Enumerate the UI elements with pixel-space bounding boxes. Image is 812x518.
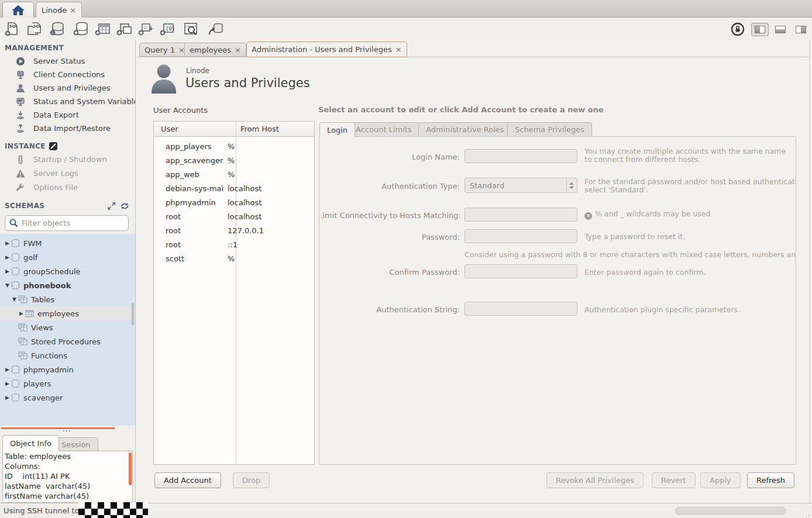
limit-hosts-input bbox=[465, 208, 577, 222]
create-function-button[interactable]: {0} bbox=[159, 21, 177, 37]
login-name-label: Login Name: bbox=[412, 153, 460, 161]
chevron-right-icon[interactable]: ▶ bbox=[4, 381, 11, 386]
user-accounts-table: User From Host app_players% app_scavenge… bbox=[153, 121, 315, 465]
toggle-left-sidebar-button[interactable] bbox=[751, 23, 769, 36]
main-scrollbar-track[interactable] bbox=[809, 40, 812, 503]
schema-icon bbox=[11, 281, 20, 289]
expand-schemas-icon[interactable] bbox=[108, 202, 115, 210]
toggle-right-sidebar-button[interactable] bbox=[792, 23, 810, 36]
horizontal-scrollbar[interactable] bbox=[675, 507, 786, 515]
client-connections-icon bbox=[16, 70, 25, 80]
chevron-down-icon[interactable]: ▼ bbox=[11, 296, 18, 302]
table-row[interactable]: root127.0.0.1 bbox=[154, 223, 314, 237]
object-info-line: Columns: bbox=[3, 461, 132, 471]
table-row[interactable]: phpmyadminlocalhost bbox=[154, 195, 314, 209]
tab-employees[interactable]: employees× bbox=[184, 43, 246, 57]
table-row[interactable]: app_web% bbox=[154, 167, 314, 181]
open-sql-script-icon: SQL bbox=[27, 22, 42, 37]
views-folder-icon bbox=[18, 323, 27, 331]
create-table-icon bbox=[95, 22, 111, 37]
tree-item-schema[interactable]: ▶ players bbox=[0, 377, 135, 391]
close-icon[interactable]: × bbox=[395, 45, 402, 54]
table-row[interactable]: root::1 bbox=[154, 237, 314, 251]
sidebar-item-status-system-variables[interactable]: Status and System Variables bbox=[0, 95, 135, 108]
chevron-right-icon[interactable]: ▶ bbox=[4, 395, 11, 400]
tab-login[interactable]: Login bbox=[319, 122, 355, 137]
tab-session[interactable]: Session bbox=[54, 437, 98, 451]
tree-item-stored-procedures-folder[interactable]: Stored Procedures bbox=[0, 334, 135, 348]
tab-account-limits: Account Limits bbox=[348, 122, 419, 137]
inspect-database-button[interactable]: i bbox=[49, 21, 66, 37]
chevron-down-icon[interactable]: ▼ bbox=[4, 282, 11, 288]
svg-text:{0}: {0} bbox=[166, 26, 175, 32]
close-icon[interactable]: × bbox=[235, 46, 241, 54]
table-row[interactable]: app_scavenger% bbox=[154, 153, 314, 167]
panel-splitter[interactable] bbox=[1, 427, 115, 429]
tab-query-1[interactable]: Query 1× bbox=[139, 43, 190, 57]
sidebar-item-data-export[interactable]: Data Export bbox=[0, 108, 135, 122]
sidebar-item-data-import-restore[interactable]: Data Import/Restore bbox=[0, 122, 135, 135]
tree-item-schema[interactable]: ▶ golf bbox=[0, 250, 135, 264]
open-sql-script-button[interactable]: SQL bbox=[26, 21, 43, 37]
tree-item-schema[interactable]: ▶ groupSchedule bbox=[0, 264, 135, 278]
connection-tab[interactable]: Linode × bbox=[36, 2, 82, 18]
tree-item-tables-folder[interactable]: ▼ Tables bbox=[0, 292, 135, 306]
tree-item-schema-expanded[interactable]: ▼ phonebook bbox=[0, 278, 135, 292]
main-area: Query 1× employees× Administration - Use… bbox=[136, 40, 812, 503]
chevron-right-icon[interactable]: ▶ bbox=[4, 240, 11, 246]
sidebar-item-server-status[interactable]: Server Status bbox=[0, 54, 135, 68]
create-view-button[interactable] bbox=[116, 21, 133, 37]
tree-item-table-employees[interactable]: ▶ employees bbox=[0, 306, 135, 320]
sidebar-item-users-and-privileges[interactable]: Users and Privileges bbox=[0, 81, 135, 95]
user-icon bbox=[16, 84, 25, 93]
object-info-line: firstName varchar(45) bbox=[3, 491, 132, 501]
sidebar-item-client-connections[interactable]: Client Connections bbox=[0, 68, 135, 81]
confirm-password-label: Confirm Password: bbox=[390, 268, 460, 277]
new-query-tab-button[interactable]: SQL bbox=[4, 21, 21, 37]
tree-item-schema[interactable]: ▶ scavenger bbox=[0, 391, 135, 405]
revert-button: Revert bbox=[652, 472, 696, 488]
create-schema-button[interactable] bbox=[73, 21, 90, 37]
refresh-button[interactable]: Refresh bbox=[747, 472, 794, 488]
chevron-right-icon[interactable]: ▶ bbox=[4, 367, 11, 372]
schema-filter-input[interactable] bbox=[22, 219, 124, 227]
tree-item-schema[interactable]: ▶ phpmyadmin bbox=[0, 362, 135, 377]
chevron-right-icon[interactable]: ▶ bbox=[4, 268, 11, 274]
toggle-output-area-button[interactable] bbox=[772, 23, 789, 36]
search-table-data-button[interactable] bbox=[183, 21, 200, 37]
table-row[interactable]: debian-sys-maintlocalhost bbox=[154, 181, 314, 195]
table-row[interactable]: scott% bbox=[154, 251, 314, 265]
object-info-scrollbar[interactable] bbox=[129, 453, 132, 485]
data-import-icon bbox=[16, 124, 25, 133]
tab-administration-users-privileges[interactable]: Administration - Users and Privileges× bbox=[246, 42, 407, 57]
authentication-string-label: Authentication String: bbox=[376, 305, 460, 314]
reconnect-database-button[interactable] bbox=[207, 21, 225, 37]
connection-name-label: Linode bbox=[186, 67, 209, 75]
home-icon bbox=[12, 5, 25, 15]
column-header-user[interactable]: User bbox=[154, 125, 236, 133]
chevron-right-icon[interactable]: ▶ bbox=[4, 254, 11, 260]
chevron-right-icon[interactable]: ▶ bbox=[18, 310, 25, 316]
tree-item-views-folder[interactable]: Views bbox=[0, 320, 135, 334]
column-header-from-host[interactable]: From Host bbox=[236, 125, 279, 133]
svg-text:SQL: SQL bbox=[33, 24, 41, 28]
home-tab[interactable] bbox=[2, 2, 34, 18]
connection-security-button[interactable] bbox=[729, 21, 746, 37]
table-row[interactable]: app_players% bbox=[154, 139, 314, 153]
refresh-schemas-icon[interactable] bbox=[121, 202, 129, 210]
tab-administrative-roles: Administrative Roles bbox=[418, 122, 512, 137]
authentication-string-hint: Authentication plugin specific parameter… bbox=[584, 305, 740, 314]
create-table-button[interactable] bbox=[94, 21, 112, 37]
tree-item-functions-folder[interactable]: Functions bbox=[0, 348, 135, 362]
password-hint: Type a password to reset it. bbox=[584, 232, 685, 241]
add-account-button[interactable]: Add Account bbox=[154, 472, 221, 488]
status-bar: Using SSH tunnel to bbox=[0, 503, 812, 518]
resize-grip-icon[interactable] bbox=[808, 514, 810, 516]
table-row[interactable]: rootlocalhost bbox=[154, 209, 314, 223]
tree-scrollbar[interactable] bbox=[132, 303, 134, 325]
tab-object-info[interactable]: Object Info bbox=[2, 435, 59, 451]
create-stored-procedure-button[interactable] bbox=[137, 21, 155, 37]
tree-item-schema[interactable]: ▶ FWM bbox=[0, 236, 135, 250]
new-query-icon: SQL bbox=[5, 22, 20, 37]
close-icon[interactable]: × bbox=[70, 6, 76, 15]
